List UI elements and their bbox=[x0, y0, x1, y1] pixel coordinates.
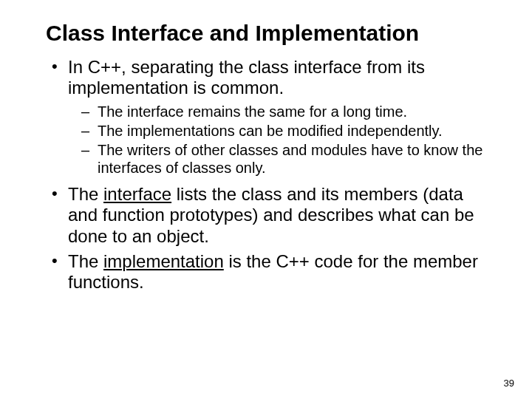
slide-title: Class Interface and Implementation bbox=[46, 21, 492, 47]
bullet-item-1: In C++, separating the class interface f… bbox=[49, 57, 492, 177]
slide: Class Interface and Implementation In C+… bbox=[0, 0, 532, 293]
sub-bullet-item: The interface remains the same for a lon… bbox=[81, 103, 492, 120]
bullet-item-2: The interface lists the class and its me… bbox=[49, 184, 492, 247]
bullet-text: In C++, separating the class interface f… bbox=[68, 57, 425, 98]
bullet-text-part: The bbox=[68, 251, 103, 271]
underlined-term-implementation: implementation bbox=[103, 251, 224, 271]
sub-bullet-item: The writers of other classes and modules… bbox=[81, 141, 492, 177]
sub-bullet-item: The implementations can be modified inde… bbox=[81, 122, 492, 140]
bullet-item-3: The implementation is the C++ code for t… bbox=[49, 251, 492, 293]
sub-bullet-list: The interface remains the same for a lon… bbox=[68, 103, 492, 177]
bullet-list: In C++, separating the class interface f… bbox=[46, 57, 492, 293]
page-number: 39 bbox=[504, 378, 514, 389]
underlined-term-interface: interface bbox=[103, 184, 171, 204]
bullet-text-part: The bbox=[68, 184, 103, 204]
